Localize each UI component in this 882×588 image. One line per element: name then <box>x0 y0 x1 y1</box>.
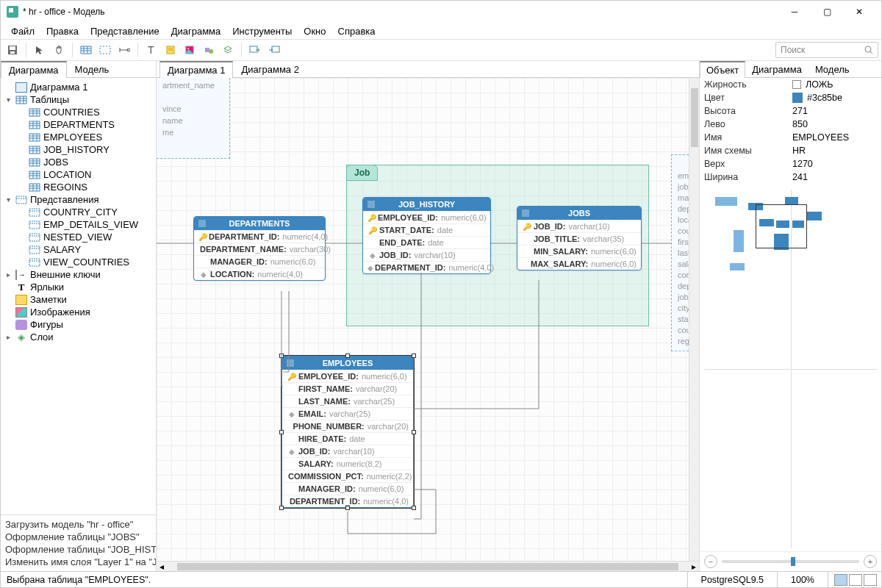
prop-row[interactable]: ЖирностьЛОЖЬ <box>700 78 881 91</box>
tree-item[interactable]: EMP_DETAILS_VIEW <box>1 218 156 231</box>
menu-Диаграмма[interactable]: Диаграмма <box>165 24 227 38</box>
menu-Файл[interactable]: Файл <box>5 24 40 38</box>
prop-row[interactable]: Ширина241 <box>700 171 881 184</box>
tree-item[interactable]: COUNTRIES <box>1 106 156 118</box>
tree-item[interactable]: REGOINS <box>1 181 156 193</box>
tree-item[interactable]: SALARY <box>1 243 156 256</box>
tree-item[interactable]: LOCATION <box>1 168 156 181</box>
toolbar: T Поиск <box>1 39 881 61</box>
layout-btn-2[interactable] <box>849 574 862 586</box>
canvas-hscroll[interactable]: ◂▸ <box>157 561 699 571</box>
tree-item[interactable]: Фигуры <box>1 318 156 331</box>
tree-item[interactable]: JOBS <box>1 156 156 168</box>
tab-rmodel[interactable]: Модель <box>808 61 856 77</box>
relation-tool[interactable] <box>115 41 133 59</box>
pointer-tool[interactable] <box>31 41 49 59</box>
ghost-entity[interactable]: artment_namevincenameme <box>157 78 230 159</box>
left-tabs: Диаграмма Модель <box>1 61 156 78</box>
shape-tool[interactable] <box>200 41 218 59</box>
tree-item[interactable]: ▸Слои <box>1 331 156 343</box>
tab-rdiagram[interactable]: Диаграмма <box>745 61 808 77</box>
save-button[interactable] <box>4 41 21 59</box>
svg-rect-20 <box>250 46 257 52</box>
view-tool[interactable] <box>96 41 114 59</box>
search-input[interactable]: Поиск <box>775 42 878 58</box>
tree-item[interactable]: DEPARTMENTS <box>1 118 156 131</box>
tab-object[interactable]: Объект <box>700 61 745 78</box>
menu-Окно[interactable]: Окно <box>298 24 331 38</box>
entity-JOB_HISTORY[interactable]: JOB_HISTORY🔑EMPLOYEE_ID: numeric(6,0)🔑ST… <box>362 197 491 274</box>
tree-item[interactable]: VIEW_COUNTRIES <box>1 256 156 268</box>
tab-diagram2[interactable]: Диаграмма 2 <box>233 61 306 77</box>
search-placeholder: Поиск <box>781 45 805 55</box>
status-message: Выбрана таблица "EMPLOYEES". <box>5 575 687 585</box>
tree-item[interactable]: Заметки <box>1 293 156 306</box>
tree-item[interactable]: Диаграмма 1 <box>1 81 156 93</box>
svg-rect-64 <box>16 196 26 204</box>
zoom-slider[interactable] <box>722 560 859 563</box>
layout-btn-1[interactable] <box>834 574 847 586</box>
tab-diagram[interactable]: Диаграмма <box>1 61 67 78</box>
svg-rect-74 <box>29 259 40 266</box>
close-button[interactable]: ✕ <box>843 1 875 23</box>
svg-rect-70 <box>29 234 40 241</box>
zoom-out-button[interactable]: − <box>704 555 717 568</box>
prop-row[interactable]: Имя схемыHR <box>700 144 881 157</box>
hand-tool[interactable] <box>50 41 68 59</box>
layer-tool[interactable] <box>219 41 237 59</box>
tree-item[interactable]: Изображения <box>1 306 156 318</box>
center-tabs: Диаграмма 1 Диаграмма 2 <box>157 61 699 78</box>
entity-JOBS[interactable]: JOBS🔑JOB_ID: varchar(10)JOB_TITLE: varch… <box>517 206 642 270</box>
prop-row[interactable]: Высота271 <box>700 104 881 118</box>
zoom-in-button[interactable]: + <box>864 555 877 568</box>
entity-DEPARTMENTS[interactable]: DEPARTMENTS🔑DEPARTMENT_ID: numeric(4,0)D… <box>193 216 326 281</box>
tree-item[interactable]: EMPLOYEES <box>1 131 156 143</box>
image-tool[interactable] <box>181 41 198 59</box>
svg-rect-68 <box>29 221 40 229</box>
tree-item[interactable]: ▸Внешние ключи <box>1 268 156 281</box>
minimize-button[interactable]: ─ <box>778 1 811 23</box>
svg-rect-72 <box>29 246 40 254</box>
layout-btn-3[interactable] <box>864 574 877 586</box>
tree-item[interactable]: COUNTRY_CITY <box>1 206 156 218</box>
svg-rect-49 <box>29 159 40 166</box>
window-title: * hr - office - Модель <box>23 7 778 17</box>
sql-gen-button[interactable] <box>246 41 264 59</box>
prop-row[interactable]: ИмяEMPLOYEES <box>700 131 881 144</box>
prop-row[interactable]: Цвет#3c85be <box>700 91 881 104</box>
layer-label[interactable]: Job <box>346 165 378 181</box>
tree-item[interactable]: NESTED_VIEW <box>1 231 156 243</box>
sql-import-button[interactable] <box>265 41 283 59</box>
svg-rect-21 <box>272 46 279 52</box>
tree-item[interactable]: JOB_HISTORY <box>1 143 156 156</box>
statusbar: Выбрана таблица "EMPLOYEES". PostgreSQL9… <box>1 571 881 587</box>
svg-rect-29 <box>29 109 40 116</box>
entity-EMPLOYEES[interactable]: EMPLOYEES🔑EMPLOYEE_ID: numeric(6,0)FIRST… <box>282 356 414 508</box>
text-tool[interactable]: T <box>143 41 160 59</box>
menu-Справка[interactable]: Справка <box>332 24 381 38</box>
tab-model[interactable]: Модель <box>67 61 118 77</box>
tree-item[interactable]: ▾Представления <box>1 193 156 206</box>
maximize-button[interactable]: ▢ <box>811 1 843 23</box>
prop-row[interactable]: Лево850 <box>700 118 881 131</box>
canvas[interactable]: artment_namevincenamemeempjob_mardeploca… <box>157 78 699 571</box>
canvas-vscroll[interactable] <box>689 78 699 561</box>
svg-rect-2 <box>10 51 15 54</box>
table-tool[interactable] <box>77 41 95 59</box>
menu-Инструменты[interactable]: Инструменты <box>226 24 298 38</box>
menu-Представление[interactable]: Представление <box>85 24 165 38</box>
minimap[interactable] <box>704 190 877 548</box>
tree-item[interactable]: ▾Таблицы <box>1 93 156 106</box>
zoom-control: − + <box>700 551 881 571</box>
svg-rect-54 <box>29 171 40 179</box>
properties: ЖирностьЛОЖЬЦвет#3c85beВысота271Лево850И… <box>700 78 881 184</box>
prop-row[interactable]: Верх1270 <box>700 157 881 171</box>
tree-item[interactable]: Ярлыки <box>1 281 156 293</box>
left-panel: Диаграмма Модель Диаграмма 1▾ТаблицыCOUN… <box>1 61 157 571</box>
svg-rect-34 <box>29 121 40 129</box>
svg-rect-24 <box>16 96 26 104</box>
note-tool[interactable] <box>162 41 179 59</box>
svg-text:T: T <box>148 45 154 55</box>
tab-diagram1[interactable]: Диаграмма 1 <box>159 61 233 78</box>
menu-Правка[interactable]: Правка <box>40 24 85 38</box>
